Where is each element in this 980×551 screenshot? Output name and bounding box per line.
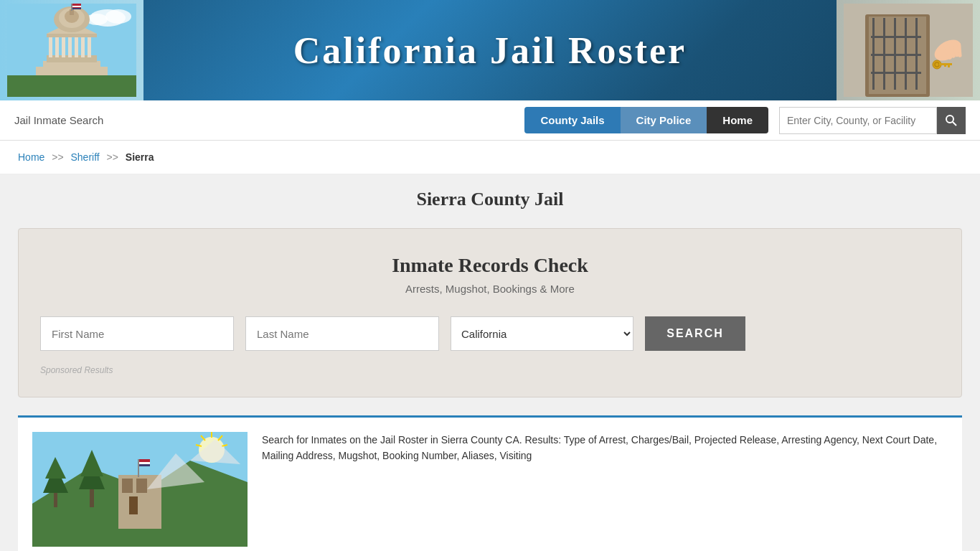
- records-check-subtitle: Arrests, Mugshot, Bookings & More: [40, 283, 940, 295]
- svg-rect-11: [68, 36, 72, 57]
- svg-rect-60: [138, 459, 139, 477]
- svg-rect-23: [72, 6, 81, 7]
- site-title: California Jail Roster: [158, 29, 822, 72]
- svg-rect-45: [944, 63, 946, 67]
- nav-search-input[interactable]: [779, 107, 937, 134]
- breadcrumb-sep-1: >>: [52, 151, 63, 163]
- breadcrumb-home[interactable]: Home: [18, 151, 44, 163]
- inmate-search-form: AlabamaAlaskaArizonaArkansasCaliforniaCo…: [40, 316, 940, 351]
- records-check-title: Inmate Records Check: [40, 254, 940, 277]
- breadcrumb-current: Sierra: [126, 151, 154, 163]
- header-right-image: [837, 0, 980, 100]
- main-content: Sierra County Jail Inmate Records Check …: [0, 174, 980, 551]
- svg-rect-35: [871, 72, 921, 74]
- svg-point-46: [946, 116, 953, 123]
- nav-search-bar: [779, 107, 966, 134]
- breadcrumb-sheriff[interactable]: Sheriff: [71, 151, 100, 163]
- bottom-description: Search for Inmates on the Jail Roster in…: [262, 432, 948, 547]
- nav-bar: Jail Inmate Search County Jails City Pol…: [0, 100, 980, 141]
- breadcrumb: Home >> Sheriff >> Sierra: [18, 151, 962, 163]
- svg-rect-4: [7, 75, 136, 97]
- svg-rect-57: [122, 479, 133, 493]
- breadcrumb-area: Home >> Sheriff >> Sierra: [0, 141, 980, 174]
- header-left-image: [0, 0, 143, 100]
- svg-rect-62: [139, 462, 150, 464]
- svg-rect-12: [75, 36, 78, 57]
- bottom-facility-image: [32, 432, 248, 547]
- nav-site-title: Jail Inmate Search: [14, 114, 103, 126]
- page-title: Sierra County Jail: [18, 189, 962, 210]
- svg-rect-33: [871, 36, 921, 38]
- nav-buttons: County Jails City Police Home: [524, 107, 768, 133]
- svg-rect-8: [49, 36, 52, 57]
- svg-rect-13: [81, 36, 85, 57]
- breadcrumb-sep-2: >>: [107, 151, 118, 163]
- bottom-section: Search for Inmates on the Jail Roster in…: [18, 415, 962, 551]
- svg-rect-59: [129, 496, 138, 514]
- header-banner: California Jail Roster: [0, 0, 980, 100]
- home-button[interactable]: Home: [707, 107, 768, 133]
- county-jails-button[interactable]: County Jails: [524, 107, 620, 133]
- svg-rect-15: [47, 34, 97, 37]
- svg-point-2: [105, 9, 131, 24]
- nav-search-button[interactable]: [937, 107, 966, 134]
- svg-rect-58: [136, 479, 147, 493]
- search-icon: [945, 114, 958, 127]
- svg-line-47: [953, 122, 956, 126]
- svg-rect-63: [139, 464, 150, 466]
- first-name-input[interactable]: [40, 316, 234, 351]
- header-title-area: California Jail Roster: [0, 29, 980, 72]
- svg-rect-24: [72, 8, 81, 9]
- city-police-button[interactable]: City Police: [621, 107, 707, 133]
- svg-rect-9: [55, 36, 59, 57]
- svg-point-42: [935, 62, 939, 67]
- state-select[interactable]: AlabamaAlaskaArizonaArkansasCaliforniaCo…: [451, 316, 633, 351]
- svg-rect-21: [71, 4, 72, 11]
- search-submit-button[interactable]: SEARCH: [645, 316, 745, 351]
- svg-rect-34: [871, 54, 921, 56]
- last-name-input[interactable]: [245, 316, 439, 351]
- records-check-box: Inmate Records Check Arrests, Mugshot, B…: [18, 228, 962, 397]
- svg-rect-14: [88, 36, 91, 57]
- sponsored-results-label: Sponsored Results: [40, 365, 940, 375]
- svg-rect-44: [948, 63, 950, 67]
- svg-rect-10: [62, 36, 65, 57]
